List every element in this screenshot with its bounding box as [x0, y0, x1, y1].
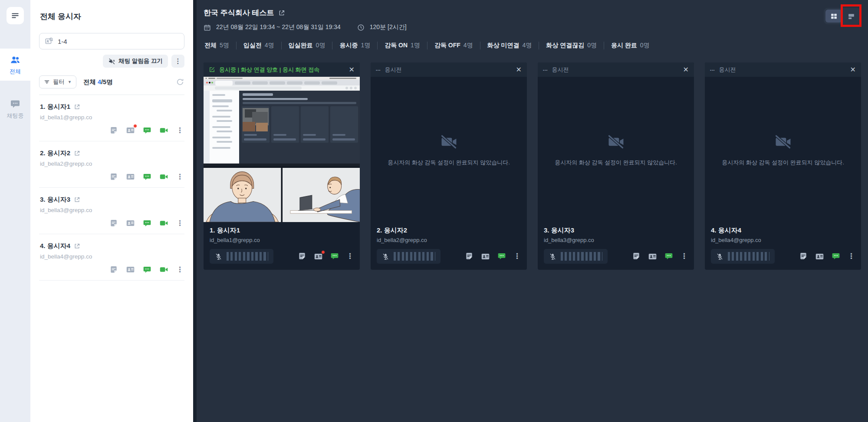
stat-label: 입실완료 — [289, 42, 313, 49]
id-card-icon[interactable] — [481, 252, 490, 261]
chat-bubble-icon[interactable] — [497, 252, 506, 261]
status-stat: 응시중 1명 — [332, 42, 377, 49]
id-card-icon[interactable] — [314, 252, 323, 261]
participant-email: id_bella1@grepp.co — [40, 114, 184, 121]
video-camera-icon[interactable] — [159, 126, 168, 135]
search-input[interactable] — [58, 38, 179, 45]
card-header: 응시전 — [371, 62, 527, 77]
people-icon — [10, 55, 20, 65]
participant-list-item: 2. 응시자2 id_bella2@grepp.co — [39, 141, 184, 188]
stat-value: 4명 — [522, 42, 532, 49]
card-header: 응시중 | 화상 연결 양호 | 응시 화면 접속 — [204, 62, 360, 77]
participant-count: 전체 4/5명 — [83, 78, 113, 86]
mute-chat-alert-button[interactable]: 채팅 알림음 끄기 — [103, 55, 168, 68]
close-icon[interactable] — [683, 66, 689, 73]
edit-status-icon — [209, 66, 215, 73]
id-card-icon[interactable] — [815, 252, 824, 261]
video-camera-icon[interactable] — [159, 265, 168, 274]
mic-off-icon — [215, 253, 222, 260]
chat-bubble-icon[interactable] — [330, 252, 339, 261]
chat-bubble-icon[interactable] — [664, 252, 673, 261]
card-more-icon[interactable] — [346, 252, 354, 261]
video-camera-icon[interactable] — [159, 172, 168, 181]
stat-label: 감독 ON — [385, 42, 408, 49]
video-camera-icon[interactable] — [159, 219, 168, 228]
mic-off-icon — [549, 253, 556, 260]
mute-chat-alert-label: 채팅 알림음 끄기 — [118, 57, 163, 65]
filter-button[interactable]: 필터 — [39, 75, 76, 88]
refresh-button[interactable] — [176, 78, 184, 86]
status-stat: 입실완료 0명 — [281, 42, 332, 49]
stat-value: 4명 — [265, 42, 274, 49]
participant-card: 응시중 | 화상 연결 양호 | 응시 화면 접속 — [204, 62, 360, 270]
card-participant-email: id_bella2@grepp.co — [377, 237, 521, 243]
sidebar-more-button[interactable] — [171, 55, 184, 68]
test-meta: 22년 08월 22일 19:34 ~ 22년 08월 31일 19:34 12… — [204, 23, 861, 31]
chat-bubble-icon[interactable] — [143, 126, 151, 135]
participant-list-item: 4. 응시자4 id_bella4@grepp.co — [39, 234, 184, 281]
grid-view-button[interactable] — [825, 10, 842, 23]
ellipsis-icon — [543, 67, 548, 72]
close-icon[interactable] — [516, 66, 522, 73]
participant-more-icon[interactable] — [176, 173, 184, 181]
stat-value: 5명 — [220, 42, 229, 49]
id-card-icon[interactable] — [126, 172, 135, 181]
card-participant-name: 4. 응시자4 — [711, 226, 855, 235]
rail-item-label: 전체 — [10, 68, 21, 75]
webcam-front-view — [204, 168, 281, 222]
participant-card: 응시전 응시자의 화상 감독 설정이 완료되지 않았습니다. — [705, 62, 861, 270]
mic-off-icon — [716, 253, 723, 260]
sidebar-collapse-button[interactable] — [7, 7, 24, 24]
rail-item-chatting[interactable]: 채팅중 — [0, 93, 30, 125]
external-link-icon[interactable] — [74, 104, 80, 110]
id-card-icon[interactable] — [126, 265, 135, 274]
audio-level-bars — [561, 252, 602, 261]
ellipsis-icon — [710, 67, 715, 72]
stat-label: 감독 OFF — [434, 42, 460, 49]
speaker-muted-icon — [108, 58, 115, 65]
external-link-icon[interactable] — [74, 196, 80, 203]
id-card-icon[interactable] — [126, 126, 135, 135]
participant-name: 2. 응시자2 — [40, 149, 70, 157]
chat-bubble-icon[interactable] — [832, 252, 840, 261]
participant-card: 응시전 응시자의 화상 감독 설정이 완료되지 않았습니다. — [538, 62, 694, 270]
id-card-icon[interactable] — [648, 252, 657, 261]
chat-bubble-icon[interactable] — [143, 219, 151, 228]
memo-icon[interactable] — [298, 252, 306, 261]
participant-more-icon[interactable] — [176, 219, 184, 228]
audio-level-meter — [544, 249, 608, 264]
memo-icon[interactable] — [632, 252, 641, 261]
sidebar-actions: 채팅 알림음 끄기 — [39, 55, 184, 68]
memo-icon[interactable] — [465, 252, 473, 261]
chat-bubble-icon[interactable] — [143, 265, 151, 274]
id-card-icon[interactable] — [126, 219, 135, 228]
card-more-icon[interactable] — [513, 252, 521, 261]
participant-more-icon[interactable] — [176, 126, 184, 135]
camera-off-placeholder: 응시자의 화상 감독 설정이 완료되지 않았습니다. — [538, 77, 694, 222]
camera-off-placeholder: 응시자의 화상 감독 설정이 완료되지 않았습니다. — [371, 77, 527, 222]
memo-icon[interactable] — [109, 173, 118, 181]
stat-value: 0명 — [640, 42, 650, 49]
external-link-icon[interactable] — [74, 243, 80, 249]
focus-view-button[interactable] — [843, 10, 859, 23]
card-participant-name: 2. 응시자2 — [377, 226, 521, 235]
memo-icon[interactable] — [109, 265, 118, 274]
memo-icon[interactable] — [109, 219, 118, 228]
chat-bubble-icon[interactable] — [143, 173, 151, 181]
card-more-icon[interactable] — [848, 252, 855, 261]
card-participant-name: 1. 응시자1 — [210, 226, 354, 235]
memo-icon[interactable] — [799, 252, 808, 261]
close-icon[interactable] — [349, 66, 355, 73]
rail-item-all[interactable]: 전체 — [0, 49, 30, 81]
calendar-icon — [204, 24, 211, 31]
external-link-icon[interactable] — [278, 10, 285, 16]
close-icon[interactable] — [850, 66, 856, 73]
card-more-icon[interactable] — [681, 252, 688, 261]
filter-icon — [44, 79, 50, 85]
search-box[interactable] — [39, 33, 184, 49]
external-link-icon[interactable] — [74, 150, 80, 157]
participant-more-icon[interactable] — [176, 265, 184, 274]
memo-icon[interactable] — [109, 126, 118, 135]
status-stat: 응시 완료 0명 — [604, 42, 657, 49]
card-status: 응시전 — [719, 66, 736, 74]
